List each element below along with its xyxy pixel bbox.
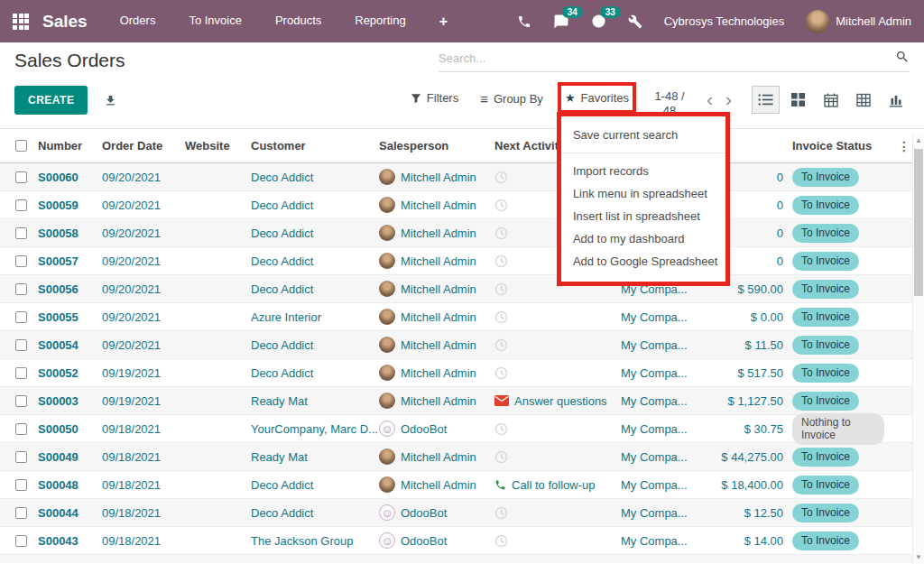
pivot-view-button[interactable] xyxy=(849,86,877,114)
scrollbar-thumb[interactable] xyxy=(914,149,923,296)
clock-icon[interactable] xyxy=(494,310,508,324)
table-row[interactable]: S0004909/18/2021Ready MatMitchell AdminM… xyxy=(0,443,924,471)
customer: Deco Addict xyxy=(251,338,379,352)
phone-icon[interactable] xyxy=(494,479,506,491)
salesperson-name: Mitchell Admin xyxy=(401,366,476,380)
table-row[interactable]: S0005609/20/2021Deco AddictMitchell Admi… xyxy=(0,275,924,303)
topnav-item-reporting[interactable]: Reporting xyxy=(355,14,405,30)
row-checkbox[interactable] xyxy=(15,367,27,379)
favorites-menu-item[interactable]: Add to Google Spreadsheet xyxy=(561,250,725,273)
table-row[interactable]: S0005409/20/2021Deco AddictMitchell Admi… xyxy=(0,331,924,359)
activity-label: Answer questions xyxy=(514,394,607,408)
tools-icon[interactable] xyxy=(628,14,642,29)
column-header-number[interactable]: Number xyxy=(38,139,102,153)
row-checkbox[interactable] xyxy=(15,535,27,547)
user-menu[interactable]: Mitchell Admin xyxy=(806,10,911,33)
topnav-item-orders[interactable]: Orders xyxy=(120,14,156,30)
company-switcher[interactable]: Cybrosys Technologies xyxy=(664,14,784,28)
clock-icon[interactable] xyxy=(494,171,508,184)
invoice-status-cell: Nothing to Invoice xyxy=(783,413,884,445)
list-view-button[interactable] xyxy=(752,86,780,114)
row-checkbox[interactable] xyxy=(15,479,27,491)
favorites-menu-item[interactable]: Add to my dashboard xyxy=(561,227,725,250)
row-checkbox[interactable] xyxy=(15,227,27,239)
row-checkbox[interactable] xyxy=(15,395,27,407)
favorites-menu-item[interactable]: Link menu in spreadsheet xyxy=(561,182,725,205)
next-activity-cell xyxy=(494,506,621,520)
table-row[interactable]: S0005809/20/2021Deco AddictMitchell Admi… xyxy=(0,219,924,247)
phone-icon[interactable] xyxy=(517,14,531,29)
row-checkbox[interactable] xyxy=(15,339,27,351)
clock-icon[interactable] xyxy=(494,338,508,352)
pager-next-icon[interactable]: › xyxy=(725,88,732,110)
search-input[interactable] xyxy=(439,51,895,65)
row-checkbox[interactable] xyxy=(15,451,27,463)
table-row[interactable]: S0006009/20/2021Deco AddictMitchell Admi… xyxy=(0,163,924,191)
order-date: 09/18/2021 xyxy=(102,534,185,548)
column-header-salesperson[interactable]: Salesperson xyxy=(379,139,494,153)
row-checkbox[interactable] xyxy=(15,255,27,267)
clock-icon[interactable] xyxy=(494,422,508,436)
clock-icon[interactable] xyxy=(494,282,508,296)
row-checkbox[interactable] xyxy=(15,283,27,295)
export-icon[interactable] xyxy=(104,94,117,107)
search-icon[interactable] xyxy=(895,50,910,68)
table-row[interactable]: S0005909/20/2021Deco AddictMitchell Admi… xyxy=(0,191,924,219)
messages-icon[interactable]: 34 xyxy=(553,14,569,30)
envelope-icon[interactable] xyxy=(494,395,509,406)
activities-icon[interactable]: 33 xyxy=(591,14,606,29)
table-row[interactable]: S0004409/18/2021Deco Addict☺OdooBotMy Co… xyxy=(0,499,924,527)
table-row[interactable]: S0005009/18/2021YourCompany, Marc D...☺O… xyxy=(0,415,924,443)
view-switcher xyxy=(752,86,910,114)
table-row[interactable]: S0004809/18/2021Deco AddictMitchell Admi… xyxy=(0,471,924,499)
salesperson-avatar xyxy=(379,225,395,241)
row-checkbox[interactable] xyxy=(15,423,27,435)
plus-menu-icon[interactable]: + xyxy=(439,14,448,30)
calendar-view-button[interactable] xyxy=(817,86,845,114)
next-activity-cell xyxy=(494,450,621,464)
invoice-status-cell: To Invoice xyxy=(783,224,884,243)
column-header-invoice-status[interactable]: Invoice Status xyxy=(783,139,884,153)
row-checkbox[interactable] xyxy=(15,311,27,323)
favorites-menu-item[interactable]: Import records xyxy=(561,160,725,182)
clock-icon[interactable] xyxy=(494,450,508,464)
table-row[interactable]: S0005209/19/2021Deco AddictMitchell Admi… xyxy=(0,359,924,387)
group-by-button[interactable]: ≡ Group By xyxy=(476,86,547,112)
favorites-button[interactable]: ★ Favorites xyxy=(561,86,633,110)
table-row[interactable]: S0005709/20/2021Deco AddictMitchell Admi… xyxy=(0,247,924,275)
odoobot-avatar: ☺ xyxy=(379,421,395,437)
table-row[interactable]: S0005509/20/2021Azure InteriorMitchell A… xyxy=(0,303,924,331)
filters-button[interactable]: Filters xyxy=(407,86,462,110)
kanban-view-button[interactable] xyxy=(784,86,812,114)
scroll-up-icon[interactable]: ▲ xyxy=(913,136,924,144)
select-all-checkbox[interactable] xyxy=(15,140,27,152)
clock-icon[interactable] xyxy=(494,254,508,268)
favorites-menu-item[interactable]: Insert list in spreadsheet xyxy=(561,205,725,227)
create-button[interactable]: CREATE xyxy=(14,86,88,115)
topnav-item-to-invoice[interactable]: To Invoice xyxy=(189,14,242,30)
favorites-menu-item[interactable]: Save current search xyxy=(561,124,725,146)
row-checkbox[interactable] xyxy=(15,507,27,519)
apps-menu-icon[interactable] xyxy=(13,14,29,30)
column-header-order-date[interactable]: Order Date xyxy=(102,139,185,153)
search-bar xyxy=(439,50,910,72)
app-name[interactable]: Sales xyxy=(42,12,88,32)
next-activity-cell xyxy=(494,534,621,548)
row-checkbox[interactable] xyxy=(15,171,27,183)
pager-previous-icon[interactable]: ‹ xyxy=(707,88,713,110)
order-total: $ 14.00 xyxy=(695,534,783,548)
graph-view-button[interactable] xyxy=(882,86,910,114)
clock-icon[interactable] xyxy=(494,366,508,380)
column-header-customer[interactable]: Customer xyxy=(251,139,379,153)
clock-icon[interactable] xyxy=(494,199,508,212)
invoice-status-cell: To Invoice xyxy=(783,308,884,327)
clock-icon[interactable] xyxy=(494,534,508,548)
clock-icon[interactable] xyxy=(494,506,508,520)
row-checkbox[interactable] xyxy=(15,199,27,211)
clock-icon[interactable] xyxy=(494,227,508,240)
table-row[interactable]: S0000309/19/2021Ready MatMitchell AdminA… xyxy=(0,387,924,415)
column-header-website[interactable]: Website xyxy=(185,139,251,153)
table-row[interactable]: S0004309/18/2021The Jackson Group☺OdooBo… xyxy=(0,527,924,555)
scroll-down-icon[interactable]: ▼ xyxy=(913,553,924,561)
topnav-item-products[interactable]: Products xyxy=(275,14,321,30)
